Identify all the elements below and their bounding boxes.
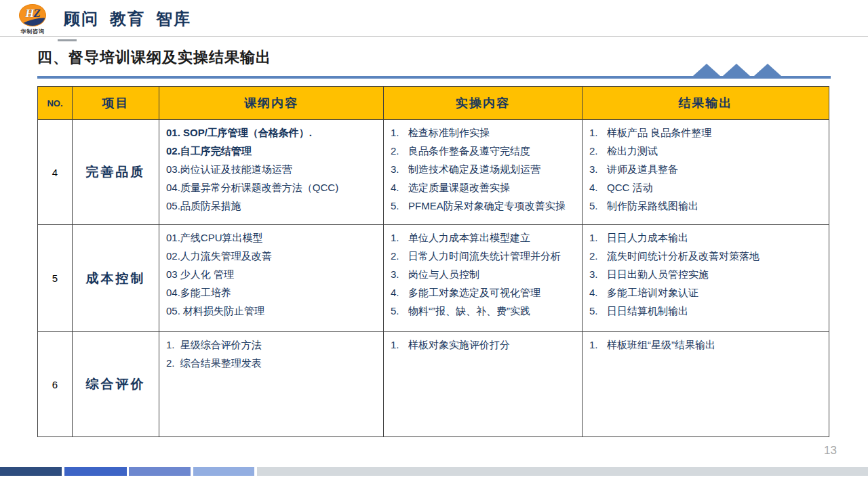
item-number: 1. <box>391 231 408 245</box>
item-number: 1. <box>391 338 408 352</box>
row-number: 6 <box>38 332 73 437</box>
item-number: 5. <box>391 304 408 318</box>
company-logo: HZ 华制咨询 <box>18 4 47 35</box>
column-header-output: 结果输出 <box>583 87 829 120</box>
triangle-decoration-icon <box>723 64 750 76</box>
item-text: 检出力测试 <box>607 144 822 158</box>
syllabus-item: 01. SOP/工序管理（合格条件）. <box>166 126 376 140</box>
output-cell: 1.样板产品 良品条件整理 2.检出力测试 3.讲师及道具整备 4.QCC 活动… <box>583 120 829 225</box>
item-number: 1. <box>589 126 607 140</box>
item-number: 2. <box>391 144 408 158</box>
list-item: 3.日日出勤人员管控实施 <box>589 268 822 281</box>
list-item: 2.检出力测试 <box>589 144 822 158</box>
syllabus-item: 05. 材料损失防止管理 <box>166 304 376 318</box>
training-table: NO. 项目 课纲内容 实操内容 结果输出 4 完善品质 01. SOP/工序管… <box>37 86 829 437</box>
item-text: 流失时间统计分析及改善对策落地 <box>607 249 822 263</box>
logo-letter-h: H <box>25 7 33 20</box>
table-row: 4 完善品质 01. SOP/工序管理（合格条件）. 02.自工序完结管理 03… <box>38 120 829 225</box>
syllabus-cell: 1. 星级综合评价方法 2. 综合结果整理发表 <box>159 332 384 437</box>
item-text: 多能工培训对象认证 <box>607 286 822 300</box>
hz-logo-icon: HZ <box>19 4 46 26</box>
item-number: 3. <box>589 163 607 176</box>
list-item: 1.样板产品 良品条件整理 <box>589 126 822 140</box>
practice-cell: 1.样板对象实施评价打分 <box>384 332 583 437</box>
project-name: 综合评价 <box>73 332 159 437</box>
list-item: 1.日日人力成本输出 <box>589 231 822 245</box>
item-number: 4. <box>391 181 408 195</box>
column-header-practice: 实操内容 <box>384 87 583 120</box>
output-cell: 1.样板班组“星级”结果输出 <box>583 332 829 437</box>
logo-letter-z: Z <box>33 7 39 20</box>
list-item: 5.日日结算机制输出 <box>589 304 822 318</box>
item-text: 日日人力成本输出 <box>607 231 822 245</box>
item-text: 日日出勤人员管控实施 <box>607 268 822 281</box>
triangle-decoration-icon <box>693 64 720 76</box>
item-number: 5. <box>589 304 607 318</box>
item-text: 多能工对象选定及可视化管理 <box>408 286 575 300</box>
row-number: 4 <box>38 120 73 225</box>
item-number: 3. <box>391 163 408 176</box>
item-text: 单位人力成本算出模型建立 <box>408 231 575 245</box>
item-text: 良品条作整备及遵守完结度 <box>408 144 575 158</box>
item-text: QCC 活动 <box>607 181 822 195</box>
footer-bar-segment <box>64 467 127 476</box>
logo-monogram: HZ <box>20 7 45 20</box>
list-item: 2.流失时间统计分析及改善对策落地 <box>589 249 822 263</box>
list-item: 4.多能工培训对象认证 <box>589 286 822 300</box>
header-tick-decoration <box>58 39 77 41</box>
table-header-row: NO. 项目 课纲内容 实操内容 结果输出 <box>38 87 829 120</box>
syllabus-cell: 01. SOP/工序管理（合格条件）. 02.自工序完结管理 03.岗位认证及技… <box>159 120 384 225</box>
item-text: 检查标准制作实操 <box>408 126 575 140</box>
list-item: 1.样板对象实施评价打分 <box>391 338 575 352</box>
syllabus-item: 05.品质防呆措施 <box>166 199 376 213</box>
item-number: 5. <box>589 199 607 213</box>
column-header-project: 项目 <box>73 87 159 120</box>
item-text: 制造技术确定及道场规划运营 <box>408 163 575 176</box>
brand-header: HZ 华制咨询 顾问 教育 智库 <box>0 0 868 37</box>
list-item: 2.良品条作整备及遵守完结度 <box>391 144 575 158</box>
footer-bar-segment <box>129 467 191 476</box>
item-number: 3. <box>391 268 408 281</box>
list-item: 5.物料“”报、缺、补、费”实践 <box>391 304 575 318</box>
item-number: 1. <box>589 231 607 245</box>
item-number: 4. <box>589 181 607 195</box>
syllabus-item: 04.多能工培养 <box>166 286 376 300</box>
page-title: 四、督导培训课纲及实操结果输出 <box>37 47 271 68</box>
project-name: 成本控制 <box>73 225 159 332</box>
triangle-decoration-icon <box>754 64 781 76</box>
list-item: 5.制作防呆路线图输出 <box>589 199 822 213</box>
item-number: 1. <box>589 338 607 352</box>
syllabus-item: 1. 星级综合评价方法 <box>166 338 376 352</box>
item-text: 选定质量课题改善实操 <box>408 181 575 195</box>
item-number: 1. <box>391 126 408 140</box>
item-text: 日常人力时间流失统计管理并分析 <box>408 249 575 263</box>
table-row: 5 成本控制 01.产线CPU算出模型 02.人力流失管理及改善 03 少人化 … <box>38 225 829 332</box>
syllabus-item: 02.人力流失管理及改善 <box>166 249 376 263</box>
item-text: 制作防呆路线图输出 <box>607 199 822 213</box>
practice-cell: 1.单位人力成本算出模型建立 2.日常人力时间流失统计管理并分析 3.岗位与人员… <box>384 225 583 332</box>
syllabus-item: 03 少人化 管理 <box>166 268 376 281</box>
item-number: 4. <box>391 286 408 300</box>
item-number: 2. <box>589 144 607 158</box>
item-number: 3. <box>589 268 607 281</box>
column-header-syllabus: 课纲内容 <box>159 87 384 120</box>
item-text: 样板班组“星级”结果输出 <box>607 338 822 352</box>
list-item: 1.检查标准制作实操 <box>391 126 575 140</box>
output-cell: 1.日日人力成本输出 2.流失时间统计分析及改善对策落地 3.日日出勤人员管控实… <box>583 225 829 332</box>
syllabus-table: NO. 项目 课纲内容 实操内容 结果输出 4 完善品质 01. SOP/工序管… <box>37 86 829 437</box>
syllabus-item: 2. 综合结果整理发表 <box>166 357 376 370</box>
list-item: 4.选定质量课题改善实操 <box>391 181 575 195</box>
item-text: 岗位与人员控制 <box>408 268 575 281</box>
list-item: 5.PFMEA防呆对象确定专项改善实操 <box>391 199 575 213</box>
item-text: 样板产品 良品条件整理 <box>607 126 822 140</box>
footer-bar-segment <box>0 467 62 476</box>
footer-bar-segment <box>257 467 868 476</box>
practice-cell: 1.检查标准制作实操 2.良品条作整备及遵守完结度 3.制造技术确定及道场规划运… <box>384 120 583 225</box>
item-text: PFMEA防呆对象确定专项改善实操 <box>408 199 575 213</box>
item-text: 讲师及道具整备 <box>607 163 822 176</box>
syllabus-item: 01.产线CPU算出模型 <box>166 231 376 245</box>
brand-tagline: 顾问 教育 智库 <box>64 8 191 30</box>
page-number: 13 <box>824 444 837 458</box>
column-header-no: NO. <box>38 87 73 120</box>
list-item: 3.制造技术确定及道场规划运营 <box>391 163 575 176</box>
